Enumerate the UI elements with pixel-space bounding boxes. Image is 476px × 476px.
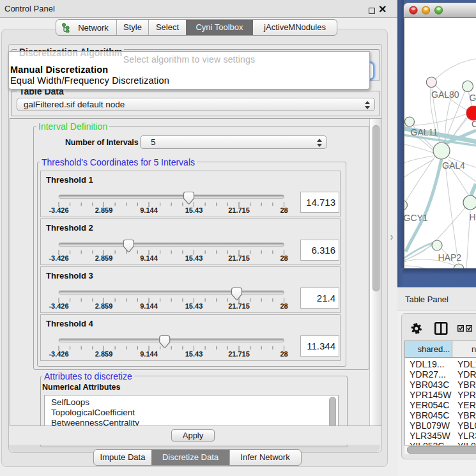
svg-text:21.715: 21.715 bbox=[228, 206, 250, 214]
svg-text:HIS4: HIS4 bbox=[470, 212, 476, 222]
svg-text:GAL11: GAL11 bbox=[411, 127, 438, 137]
svg-text:28: 28 bbox=[280, 206, 288, 214]
svg-text:GCY1: GCY1 bbox=[404, 213, 428, 223]
svg-text:15.43: 15.43 bbox=[185, 350, 203, 358]
svg-text:-3.426: -3.426 bbox=[49, 350, 68, 358]
svg-text:21.715: 21.715 bbox=[228, 254, 250, 262]
svg-text:2.859: 2.859 bbox=[95, 350, 113, 358]
svg-text:9.144: 9.144 bbox=[140, 350, 158, 358]
svg-text:15.43: 15.43 bbox=[185, 302, 203, 310]
svg-text:21.715: 21.715 bbox=[228, 350, 250, 358]
svg-text:-3.426: -3.426 bbox=[49, 254, 68, 262]
svg-text:2.859: 2.859 bbox=[95, 206, 113, 214]
svg-text:28: 28 bbox=[280, 350, 288, 358]
svg-text:9.144: 9.144 bbox=[140, 302, 158, 310]
svg-text:-3.426: -3.426 bbox=[49, 302, 68, 310]
svg-text:28: 28 bbox=[280, 302, 288, 310]
svg-text:2.859: 2.859 bbox=[95, 302, 113, 310]
svg-text:HAP2: HAP2 bbox=[438, 252, 462, 263]
svg-text:GAL2: GAL2 bbox=[470, 93, 476, 103]
svg-text:GAL4: GAL4 bbox=[442, 160, 465, 171]
svg-text:9.144: 9.144 bbox=[140, 254, 158, 262]
svg-text:-3.426: -3.426 bbox=[49, 206, 68, 214]
svg-text:9.144: 9.144 bbox=[140, 206, 158, 214]
svg-text:GAL80: GAL80 bbox=[431, 89, 459, 100]
svg-text:CYC: CYC bbox=[472, 119, 476, 129]
svg-text:28: 28 bbox=[280, 254, 288, 262]
svg-text:15.43: 15.43 bbox=[185, 206, 203, 214]
svg-text:21.715: 21.715 bbox=[228, 302, 250, 310]
svg-text:2.859: 2.859 bbox=[95, 254, 113, 262]
svg-text:15.43: 15.43 bbox=[185, 254, 203, 262]
